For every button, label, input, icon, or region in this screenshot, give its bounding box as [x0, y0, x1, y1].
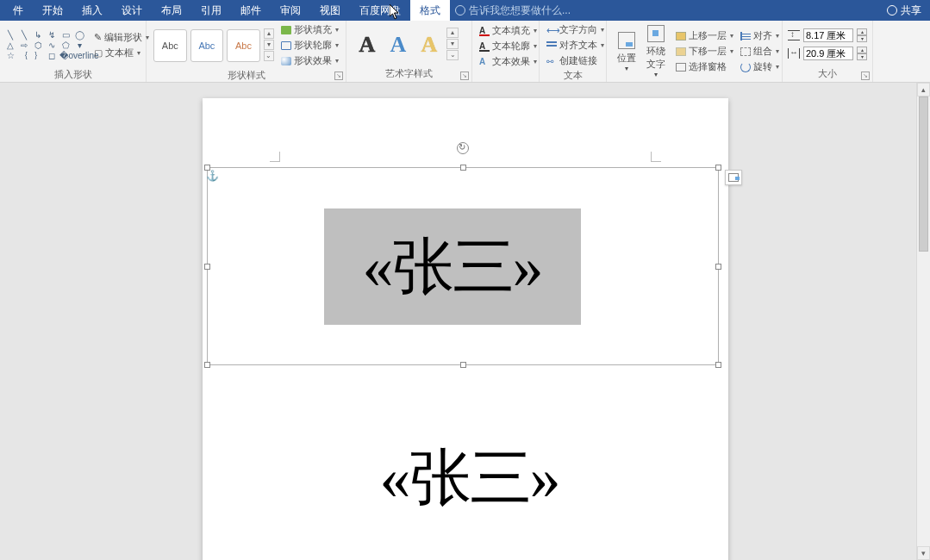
width-up[interactable]: ▴	[857, 47, 867, 53]
tell-me[interactable]: 告诉我您想要做什么...	[455, 3, 571, 18]
tab-file[interactable]: 件	[3, 0, 33, 21]
tab-layout[interactable]: 布局	[152, 0, 191, 21]
shape-dd-icon[interactable]: �overline	[74, 51, 84, 59]
height-up[interactable]: ▴	[857, 28, 867, 35]
handle-bl[interactable]	[204, 362, 210, 368]
tab-insert[interactable]: 插入	[72, 0, 112, 21]
layout-options-button[interactable]	[725, 170, 742, 185]
align-text-button[interactable]: 对齐文本▾	[545, 38, 606, 53]
tab-format[interactable]: 格式	[410, 0, 450, 21]
handle-bottom[interactable]	[460, 362, 466, 368]
wa-down-icon[interactable]: ▾	[446, 39, 459, 49]
shape-brace2-icon[interactable]: ｝	[33, 51, 43, 59]
shape-curve-icon[interactable]: ∿	[47, 40, 57, 49]
shape-callout-icon[interactable]: ◻	[47, 51, 57, 59]
text-fill-label: 文本填充	[492, 24, 530, 37]
shape-effects-label: 形状效果	[294, 54, 332, 67]
shape-conn-icon[interactable]: ↳	[33, 30, 43, 39]
tab-review[interactable]: 审阅	[271, 0, 310, 21]
tab-references[interactable]: 引用	[191, 0, 231, 21]
handle-tl[interactable]	[204, 165, 210, 171]
size-launcher[interactable]: ↘	[861, 72, 870, 80]
tab-home[interactable]: 开始	[33, 0, 72, 21]
wordart-style-3[interactable]: A	[416, 28, 442, 62]
group-insert-shapes: ╲ ╲ ↳ ↯ ▭ ◯ △ ⇨ ⬡ ∿ ⬠ ▾ ☆ ｛ ｝ ◻ ◇ �overl…	[0, 21, 147, 82]
shape-poly-icon[interactable]: ⬠	[60, 40, 71, 49]
handle-top[interactable]	[460, 165, 466, 171]
shape-style-2[interactable]: Abc	[190, 29, 224, 62]
shape-fill-button[interactable]: 形状填充▾	[279, 22, 340, 37]
width-down[interactable]: ▾	[857, 53, 867, 60]
shape-arrow-icon[interactable]: ⇨	[19, 40, 29, 49]
shape-fill-label: 形状填充	[294, 23, 332, 36]
create-link-button[interactable]: ⚯创建链接	[545, 53, 606, 68]
page[interactable]: ⚓ «张三» «张三»	[203, 98, 728, 560]
group-button[interactable]: 组合▾	[739, 44, 781, 59]
wordart-style-1[interactable]: A	[354, 28, 380, 62]
tab-baidu[interactable]: 百度网盘	[350, 0, 410, 21]
shape-tri-icon[interactable]: △	[5, 40, 16, 49]
send-backward-button[interactable]: 下移一层▾	[674, 44, 735, 59]
scroll-down-button[interactable]: ▾	[917, 546, 930, 560]
handle-tr[interactable]	[715, 165, 721, 171]
edit-shape-button[interactable]: ✎编辑形状▾	[92, 30, 151, 45]
share-button[interactable]: 共享	[878, 3, 930, 18]
shape-conn2-icon[interactable]: ↯	[47, 30, 57, 39]
text-effects-button[interactable]: A文本效果▾	[477, 54, 539, 69]
shapes-gallery[interactable]: ╲ ╲ ↳ ↯ ▭ ◯ △ ⇨ ⬡ ∿ ⬠ ▾ ☆ ｛ ｝ ◻ ◇ �overl…	[5, 30, 85, 59]
text-outline-button[interactable]: A文本轮廓▾	[477, 39, 539, 53]
style-more-icon[interactable]: ⌄	[264, 51, 274, 61]
shape-star-icon[interactable]: ☆	[5, 51, 16, 59]
shape-style-3[interactable]: Abc	[227, 29, 260, 62]
shape-more-icon[interactable]: ▾	[74, 40, 84, 49]
handle-right[interactable]	[715, 264, 721, 270]
shape-brace-icon[interactable]: ｛	[19, 51, 29, 59]
shape-effects-button[interactable]: 形状效果▾	[279, 53, 340, 68]
handle-br[interactable]	[715, 362, 721, 368]
text-direction-button[interactable]: ⟷文字方向▾	[545, 22, 606, 37]
shape-styles-launcher[interactable]: ↘	[334, 72, 343, 80]
shape-style-1[interactable]: Abc	[153, 29, 187, 62]
tab-mailings[interactable]: 邮件	[231, 0, 271, 21]
selection-pane-button[interactable]: 选择窗格	[674, 59, 735, 74]
rotate-handle[interactable]	[457, 142, 469, 154]
rotate-button[interactable]: 旋转▾	[739, 59, 781, 74]
scroll-thumb[interactable]	[919, 96, 928, 252]
width-spinner: ▴▾	[788, 47, 867, 60]
wordart-style-2[interactable]: A	[385, 28, 411, 62]
wrap-icon	[647, 25, 665, 42]
align-button[interactable]: 对齐▾	[739, 28, 781, 43]
merge-field-1[interactable]: «张三»	[363, 226, 542, 308]
wa-more-icon[interactable]: ⌄	[446, 50, 459, 60]
width-icon	[788, 48, 800, 59]
wa-up-icon[interactable]: ▴	[446, 28, 459, 38]
wrap-text-button[interactable]: 环绕文字 ▾	[641, 22, 671, 80]
height-spinner: ▴▾	[788, 28, 867, 42]
person-icon	[887, 5, 897, 16]
text-box-button[interactable]: ▢文本框▾	[92, 46, 151, 60]
bring-forward-button[interactable]: 上移一层▾	[674, 28, 735, 43]
text-fill-button[interactable]: A文本填充▾	[477, 23, 539, 38]
shape-outline-button[interactable]: 形状轮廓▾	[279, 38, 340, 53]
scroll-up-button[interactable]: ▴	[917, 83, 930, 96]
edit-shape-label: 编辑形状	[104, 31, 142, 44]
height-input[interactable]	[803, 28, 853, 42]
style-down-icon[interactable]: ▾	[264, 40, 274, 50]
shape-line2-icon[interactable]: ╲	[19, 30, 29, 39]
shape-hex-icon[interactable]: ⬡	[33, 40, 43, 49]
handle-left[interactable]	[204, 264, 210, 270]
body-text[interactable]: «张三»	[332, 437, 608, 520]
send-backward-icon	[676, 47, 686, 56]
shape-rect-icon[interactable]: ▭	[60, 30, 71, 39]
shape-line-icon[interactable]: ╲	[5, 30, 16, 39]
shape-oval-icon[interactable]: ◯	[74, 30, 84, 39]
style-up-icon[interactable]: ▴	[264, 28, 274, 39]
wordart-launcher[interactable]: ↘	[460, 72, 469, 80]
height-down[interactable]: ▾	[857, 35, 867, 42]
tab-view[interactable]: 视图	[310, 0, 350, 21]
position-button[interactable]: 位置 ▾	[612, 29, 641, 74]
tell-me-label: 告诉我您想要做什么...	[469, 3, 571, 18]
width-input[interactable]	[803, 47, 853, 60]
tab-design[interactable]: 设计	[112, 0, 152, 21]
vertical-scrollbar[interactable]: ▴ ▾	[916, 83, 930, 560]
